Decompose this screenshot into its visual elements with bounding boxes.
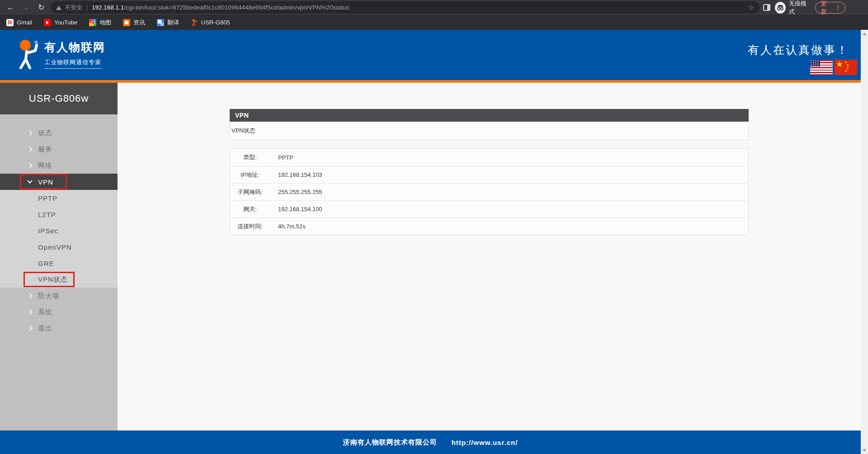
panel-title: VPN	[230, 109, 749, 122]
row-value: 255.255.255.255	[270, 189, 322, 195]
url-path: /cgi-bin/luci/;stok=6725bedeaf0c1c801096…	[124, 4, 349, 11]
bookmark-news[interactable]: 资讯	[123, 19, 145, 27]
sidebar: USR-G806w 状态 服务 网络 VPN	[0, 83, 118, 430]
sidebar-item-label: IPSec	[38, 227, 58, 235]
vpn-status-table: 类型: PPTP IP地址: 192.168.154.103 子网掩码: 255…	[230, 148, 749, 235]
language-flags: ★ ★ ★ ★ ★	[810, 60, 857, 75]
sidebar-item-vpn[interactable]: VPN	[0, 174, 118, 190]
row-label: IP地址:	[230, 171, 270, 179]
brand-title: 有人物联网	[44, 40, 105, 55]
bookmark-label: 翻译	[167, 19, 179, 27]
bookmark-youtube[interactable]: YouTube	[44, 19, 77, 26]
bookmark-label: USR-G805	[201, 19, 230, 26]
chevron-right-icon	[27, 293, 32, 298]
panel-subtitle: VPN状态	[230, 122, 749, 140]
bookmarks-bar: M Gmail YouTube 地图 资讯 翻译 USR-G80	[0, 15, 868, 30]
sidebar-item-vpn-status[interactable]: VPN状态	[0, 271, 118, 288]
incognito-badge: 无痕模式	[775, 0, 811, 16]
incognito-icon	[775, 2, 786, 14]
sidebar-item-status[interactable]: 状态	[0, 125, 118, 141]
chevron-right-icon	[27, 163, 32, 168]
maps-icon	[89, 19, 96, 26]
page-footer: 济南有人物联网技术有限公司 http://www.usr.cn/	[0, 430, 861, 454]
site-header: ® 有人物联网 工业物联网通信专家 有人在认真做事！ ★ ★ ★ ★ ★	[0, 30, 868, 80]
header-slogan: 有人在认真做事！	[748, 43, 849, 57]
update-label: 更新	[821, 0, 831, 16]
main-content: VPN VPN状态 类型: PPTP IP地址: 192.168.154.103…	[118, 83, 868, 430]
vpn-panel: VPN VPN状态 类型: PPTP IP地址: 192.168.154.103…	[230, 109, 749, 235]
sidebar-item-ipsec[interactable]: IPSec	[0, 222, 118, 239]
scroll-down-icon[interactable]	[861, 446, 868, 454]
sidebar-item-openvpn[interactable]: OpenVPN	[0, 239, 118, 255]
sidebar-item-network[interactable]: 网络	[0, 157, 118, 174]
chevron-down-icon	[27, 178, 32, 183]
bookmark-usr-g805[interactable]: USR-G805	[191, 19, 230, 26]
bookmark-star-icon[interactable]: ☆	[748, 4, 754, 12]
bookmark-maps[interactable]: 地图	[89, 19, 111, 27]
sidebar-item-logout[interactable]: 退出	[0, 320, 118, 336]
url-domain: 192.168.1.1	[92, 4, 124, 11]
sidebar-item-label: VPN状态	[38, 275, 68, 284]
sidebar-item-label: 服务	[38, 145, 52, 154]
sidebar-item-firewall[interactable]: 防火墙	[0, 288, 118, 304]
bookmark-label: Gmail	[17, 19, 32, 26]
bookmark-translate[interactable]: 翻译	[157, 19, 179, 27]
table-row: IP地址: 192.168.154.103	[230, 166, 748, 183]
bookmark-label: 地图	[99, 19, 111, 27]
row-label: 类型:	[230, 153, 270, 161]
url-text: 192.168.1.1/cgi-bin/luci/;stok=6725bedea…	[92, 4, 745, 11]
scroll-up-icon[interactable]	[861, 30, 868, 38]
back-icon[interactable]: ←	[5, 2, 16, 14]
sidebar-item-label: GRE	[38, 260, 54, 267]
kebab-menu-icon[interactable]: ⋮	[835, 4, 841, 11]
browser-toolbar: ← → ↻ 不安全 192.168.1.1/cgi-bin/luci/;stok…	[0, 0, 868, 15]
footer-company: 济南有人物联网技术有限公司	[343, 438, 437, 447]
bookmark-gmail[interactable]: M Gmail	[6, 19, 32, 26]
update-button[interactable]: 更新 ⋮	[815, 2, 845, 14]
row-label: 连接时间:	[230, 222, 270, 231]
sidebar-item-label: OpenVPN	[38, 243, 72, 251]
incognito-label: 无痕模式	[789, 0, 811, 16]
screen: ← → ↻ 不安全 192.168.1.1/cgi-bin/luci/;stok…	[0, 0, 868, 454]
reload-icon[interactable]: ↻	[35, 2, 47, 14]
table-row: 连接时间: 4h,7m,51s	[230, 218, 748, 235]
footer-website-link[interactable]: http://www.usr.cn/	[452, 439, 518, 446]
chevron-right-icon	[27, 147, 32, 151]
cn-flag-icon[interactable]: ★ ★ ★ ★ ★	[835, 60, 857, 75]
security-label: 不安全	[65, 4, 82, 12]
bookmark-label: YouTube	[54, 19, 77, 26]
row-value: 192.168.154.100	[270, 206, 322, 213]
sidebar-item-system[interactable]: 系统	[0, 304, 118, 320]
sidebar-item-pptp[interactable]: PPTP	[0, 190, 118, 206]
gmail-icon: M	[6, 19, 14, 26]
us-flag-icon[interactable]	[810, 60, 833, 75]
forward-icon[interactable]: →	[20, 2, 32, 14]
table-row: 子网掩码: 255.255.255.255	[230, 183, 748, 200]
sidebar-item-gre[interactable]: GRE	[0, 255, 118, 271]
row-value: PPTP	[270, 154, 293, 161]
toolbar-right-group: 无痕模式 更新 ⋮	[763, 0, 845, 16]
chevron-right-icon	[27, 130, 32, 135]
row-label: 子网掩码:	[230, 188, 270, 196]
usr-figure-icon	[191, 19, 198, 26]
sidebar-item-l2tp[interactable]: L2TP	[0, 206, 118, 222]
sidebar-item-label: VPN	[38, 178, 53, 186]
sidebar-item-services[interactable]: 服务	[0, 141, 118, 157]
sidebar-menu: 状态 服务 网络 VPN PPTP	[0, 114, 118, 336]
sidebar-item-label: 状态	[38, 129, 52, 137]
sidebar-item-label: L2TP	[38, 211, 56, 218]
news-icon	[123, 19, 130, 26]
address-bar[interactable]: 不安全 192.168.1.1/cgi-bin/luci/;stok=6725b…	[51, 1, 760, 14]
translate-icon	[157, 19, 164, 26]
row-label: 网关:	[230, 205, 270, 213]
side-panel-icon[interactable]	[763, 4, 770, 11]
sidebar-item-label: 系统	[38, 308, 52, 317]
sidebar-item-label: PPTP	[38, 194, 57, 202]
page-scrollbar[interactable]	[861, 30, 868, 454]
table-row: 类型: PPTP	[230, 149, 748, 166]
not-secure-warning-icon	[56, 5, 61, 10]
table-row: 网关: 192.168.154.100	[230, 200, 748, 218]
youtube-icon	[44, 19, 51, 26]
sidebar-item-label: 退出	[38, 324, 52, 333]
sidebar-item-label: 网络	[38, 161, 52, 170]
